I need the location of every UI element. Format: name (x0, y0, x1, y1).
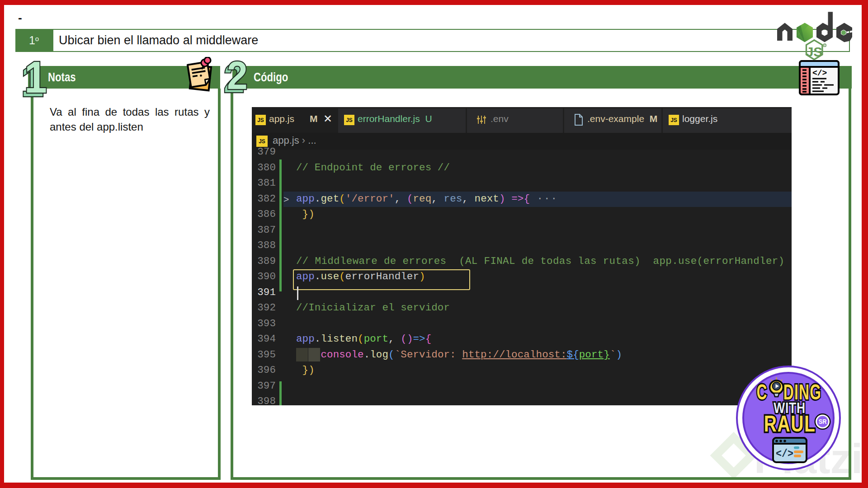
svg-text:</>: </> (812, 69, 827, 78)
svg-text:2: 2 (227, 55, 248, 98)
svg-text:C: C (757, 380, 767, 404)
svg-text:JS: JS (806, 44, 823, 59)
svg-text:RAUL: RAUL (764, 411, 816, 436)
svg-text:1: 1 (24, 55, 47, 100)
svg-text:SR: SR (819, 418, 827, 425)
svg-text:</>: </> (776, 448, 793, 460)
svg-text:R: R (824, 44, 826, 47)
